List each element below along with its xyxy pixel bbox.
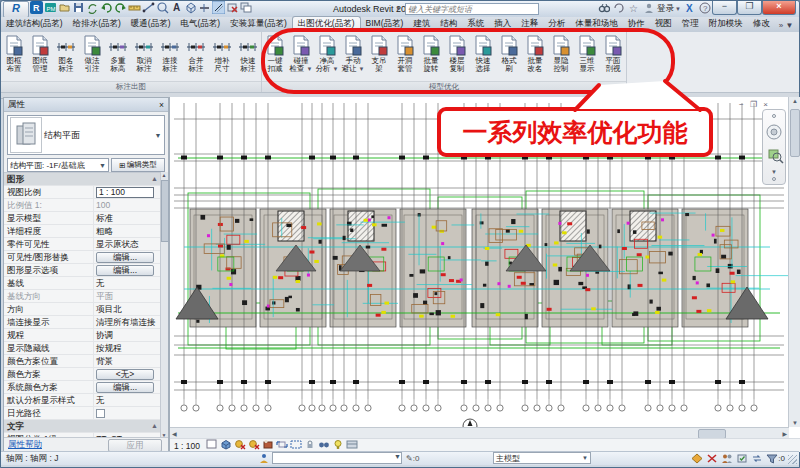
- properties-scrollbar[interactable]: ▲▼: [160, 172, 168, 438]
- tab-6[interactable]: 出图优化(品茗): [292, 16, 361, 32]
- ribbon-button-合并标注[interactable]: 合并标注: [183, 32, 209, 81]
- subscription-icon[interactable]: [613, 0, 625, 18]
- ribbon-button-三维显示[interactable]: 三维显示: [574, 32, 600, 81]
- undo-icon[interactable]: [100, 0, 113, 13]
- ribbon-button-净高分析[interactable]: 净高分析 ▼: [314, 32, 340, 81]
- search-input[interactable]: [405, 3, 539, 15]
- property-value-button[interactable]: 编辑...: [96, 252, 154, 263]
- signin-person-icon[interactable]: [643, 0, 655, 18]
- property-checkbox[interactable]: [96, 409, 105, 418]
- ribbon-button-一键扣减[interactable]: 一键扣减: [262, 32, 288, 81]
- tab-11[interactable]: 插入: [489, 17, 516, 32]
- pinming-menu-icon[interactable]: PM: [44, 0, 57, 13]
- ribbon-button-平面剖视[interactable]: 平面剖视: [600, 32, 626, 81]
- filter-icon[interactable]: [766, 453, 778, 464]
- properties-close-icon[interactable]: ×: [159, 100, 164, 110]
- ribbon-button-批量改名[interactable]: 批量改名: [522, 32, 548, 81]
- type-selector[interactable]: 结构平面 ▼: [7, 115, 165, 155]
- editable-only-icon[interactable]: [736, 453, 748, 464]
- property-value[interactable]: 背景: [93, 355, 161, 367]
- press-drag-icon[interactable]: [721, 453, 733, 464]
- ribbon-button-快速标注[interactable]: 快速标注: [235, 32, 261, 81]
- property-value[interactable]: 无: [93, 394, 161, 406]
- sun-path-icon[interactable]: [234, 439, 246, 450]
- ribbon-button-楼层复制[interactable]: 楼层复制: [444, 32, 470, 81]
- view-window-controls[interactable]: − ❐ ×: [739, 100, 770, 109]
- close-button[interactable]: ×: [762, 1, 796, 15]
- open-icon[interactable]: [58, 0, 71, 13]
- reveal-hidden-icon[interactable]: [332, 439, 344, 450]
- tab-12[interactable]: 注释: [516, 17, 543, 32]
- ribbon-button-开洞套管[interactable]: 开洞套管: [392, 32, 418, 81]
- minimize-button[interactable]: −: [712, 1, 737, 15]
- property-value-button[interactable]: <无>: [96, 369, 154, 380]
- worksharing-display-icon[interactable]: [346, 439, 358, 450]
- tab-8[interactable]: 建筑: [408, 17, 435, 32]
- tab-7[interactable]: BIM(品茗): [361, 17, 409, 32]
- render-icon[interactable]: [262, 439, 274, 450]
- tab-overflow-icon[interactable]: » ▼: [779, 21, 794, 32]
- signin-label[interactable]: 登录: [657, 3, 674, 15]
- ribbon-button-连接标注[interactable]: 连接标注: [157, 32, 183, 81]
- design-option-combo[interactable]: 主模型 ▼: [493, 452, 591, 464]
- property-value-button[interactable]: 编辑...: [96, 265, 154, 276]
- property-value[interactable]: 按规程: [93, 342, 161, 354]
- application-menu-button[interactable]: R: [3, 1, 29, 18]
- swap-icon[interactable]: [751, 453, 763, 464]
- tab-3[interactable]: 暖通(品茗): [126, 17, 176, 32]
- tab-4[interactable]: 电气(品茗): [176, 17, 226, 32]
- property-value[interactable]: 项目北: [93, 303, 161, 315]
- close-hidden-windows-icon[interactable]: [226, 0, 239, 13]
- ribbon-button-快速选择[interactable]: 快速选择: [470, 32, 496, 81]
- tab-17[interactable]: 管理: [677, 17, 704, 32]
- property-value-input[interactable]: 1 : 100: [96, 187, 154, 198]
- search-binoculars-icon[interactable]: [598, 0, 610, 18]
- text-icon[interactable]: A: [170, 0, 183, 13]
- navigation-bar[interactable]: ▼: [762, 109, 786, 185]
- tab-14[interactable]: 体量和场地: [570, 17, 623, 32]
- property-value[interactable]: 协调: [93, 329, 161, 341]
- ribbon-button-图框布置[interactable]: 图框布置: [1, 32, 27, 81]
- ribbon-button-图名标注[interactable]: 图名标注: [53, 32, 79, 81]
- maximize-button[interactable]: ❐: [737, 1, 762, 15]
- ribbon-button-多重标高[interactable]: 多重标高: [105, 32, 131, 81]
- active-option-icon[interactable]: [691, 453, 703, 464]
- instance-selector-combo[interactable]: 结构平面: -1F/基础底 ▼: [7, 158, 109, 172]
- thin-lines-icon[interactable]: [212, 0, 225, 13]
- aligned-dimension-icon[interactable]: [142, 0, 155, 13]
- ribbon-button-增补尺寸[interactable]: 增补尺寸: [209, 32, 235, 81]
- ribbon-button-手动避让[interactable]: 手动避让 ▼: [340, 32, 366, 81]
- apply-button[interactable]: 应用: [108, 439, 162, 452]
- default-3d-view-icon[interactable]: [184, 0, 197, 13]
- ribbon-button-做法引注[interactable]: 做法引注: [79, 32, 105, 81]
- ribbon-button-碰撞检查[interactable]: 碰撞检查 ▼: [288, 32, 314, 81]
- tab-15[interactable]: 协作: [623, 17, 650, 32]
- resize-grip[interactable]: [788, 455, 797, 464]
- measure-icon[interactable]: [128, 0, 141, 13]
- tab-16[interactable]: 视图: [650, 17, 677, 32]
- tab-13[interactable]: 分析: [543, 17, 570, 32]
- show-crop-icon[interactable]: [290, 439, 302, 450]
- property-value[interactable]: 粗略: [93, 225, 161, 237]
- property-value[interactable]: 标准: [93, 212, 161, 224]
- worksets-icon[interactable]: [259, 453, 270, 464]
- save-icon[interactable]: [72, 0, 85, 13]
- exclude-option-icon[interactable]: [706, 453, 718, 464]
- infocenter-flyout-icon[interactable]: ▸: [397, 4, 401, 12]
- crop-view-icon[interactable]: [276, 439, 288, 450]
- favorites-star-icon[interactable]: ☆: [628, 0, 640, 18]
- property-value[interactable]: 平面: [93, 290, 161, 302]
- editable-only-icon[interactable]: ✎:0: [406, 454, 419, 463]
- shadows-icon[interactable]: [248, 439, 260, 450]
- property-value[interactable]: 无: [93, 277, 161, 289]
- tab-10[interactable]: 系统: [462, 17, 489, 32]
- section-icon[interactable]: [198, 0, 211, 13]
- exchange-apps-icon[interactable]: X: [684, 0, 696, 18]
- vertical-scrollbar[interactable]: ▲ ▼: [788, 97, 800, 427]
- chevron-down-icon[interactable]: ▼: [152, 132, 164, 139]
- property-value-button[interactable]: 编辑...: [96, 382, 154, 393]
- tab-19[interactable]: 修改: [748, 17, 775, 32]
- ribbon-button-图纸管理[interactable]: 图纸管理: [27, 32, 53, 81]
- temporary-hide-icon[interactable]: [318, 439, 330, 450]
- edit-type-button[interactable]: ⊞ 编辑类型: [111, 158, 165, 172]
